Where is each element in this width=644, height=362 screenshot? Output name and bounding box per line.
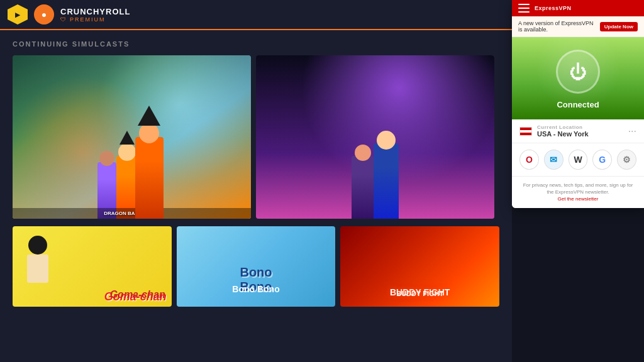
- newsletter-text: For privacy news, tech tips, and more, s…: [523, 182, 633, 195]
- shortcut-opera[interactable]: O: [519, 150, 539, 170]
- vpn-overlay: ExpressVPN A new version of ExpressVPN i…: [512, 0, 644, 208]
- newsletter-link[interactable]: Get the newsletter: [558, 196, 599, 202]
- character-2: [135, 137, 164, 219]
- buddyfight-title: BUDDY FIGHT: [390, 287, 450, 297]
- bottom-row: Goma-chan BonoBono BUDDY FIGHT: [0, 219, 512, 307]
- boruto-char-1: [374, 143, 399, 219]
- vpn-location: Current Location USA - New York ···: [512, 119, 644, 143]
- location-more-button[interactable]: ···: [628, 126, 636, 137]
- vpn-shortcuts: O ✉ W G ⚙: [512, 143, 644, 177]
- crunchyroll-icon: ●: [34, 4, 54, 25]
- show-card-dragonball[interactable]: DRAGON BALL SUPER Dragon Ball Super SERI…: [13, 55, 251, 219]
- bonobono-title: BonoBono: [240, 265, 272, 294]
- shortcut-email[interactable]: ✉: [544, 150, 564, 170]
- vpn-newsletter: For privacy news, tech tips, and more, s…: [512, 177, 644, 208]
- boruto-char-2: [352, 156, 374, 219]
- thumb-goma[interactable]: Goma-chan: [13, 226, 172, 307]
- menu-line-1: [518, 4, 530, 5]
- location-info: Current Location USA - New York: [537, 124, 623, 138]
- brand-name: CRUNCHYROLL: [60, 7, 130, 16]
- dragonball-bg: DRAGON BALL SUPER: [13, 55, 251, 219]
- brand-sub: 🛡 PREMIUM: [60, 16, 130, 23]
- menu-line-2: [518, 8, 530, 9]
- vpn-power-button[interactable]: ⏻: [556, 50, 600, 94]
- vpn-status-label: Connected: [557, 100, 599, 109]
- vpn-footer: Current Location USA - New York ··· O ✉ …: [512, 119, 644, 208]
- shield-icon: 🛡: [60, 16, 67, 23]
- boruto-character-group: [256, 112, 494, 219]
- vpn-update-button[interactable]: Update Now: [600, 22, 638, 31]
- vpn-header: ExpressVPN: [512, 0, 644, 16]
- logo-area: ▶ ● CRUNCHYROLL 🛡 PREMIUM: [8, 4, 130, 25]
- show-card-boruto[interactable]: BORUTO: NEXT GEN... SERIES ⧉ SU...: [256, 55, 494, 219]
- simulcasts-grid: DRAGON BALL SUPER Dragon Ball Super SERI…: [0, 55, 512, 219]
- brand-text: CRUNCHYROLL 🛡 PREMIUM: [60, 7, 130, 23]
- menu-line-3: [518, 11, 530, 13]
- vpn-menu-button[interactable]: [518, 4, 530, 13]
- power-icon: ⏻: [569, 62, 587, 82]
- goma-character: [22, 236, 53, 286]
- us-flag-icon: [519, 127, 532, 136]
- bonobono-bg: BonoBono: [177, 226, 336, 307]
- content-area: CONTINUING SIMULCASTS DRAGON BALL SUPER …: [0, 30, 512, 362]
- boruto-bg: [256, 55, 494, 219]
- goma-title-text: Goma-chan: [104, 290, 167, 304]
- section-title: CONTINUING SIMULCASTS: [0, 30, 512, 55]
- shortcut-google[interactable]: G: [592, 150, 612, 170]
- vpn-brand-logo: ExpressVPN: [535, 5, 572, 11]
- location-label: Current Location: [537, 124, 623, 130]
- buddyfight-bg: BUDDY FIGHT: [340, 226, 499, 307]
- show-brand-label: DRAGON BALL SUPER: [13, 208, 251, 219]
- thumb-buddyfight[interactable]: BUDDY FIGHT: [340, 226, 499, 307]
- shortcut-settings[interactable]: ⚙: [617, 150, 636, 170]
- vpn-body: ⏻ Connected: [512, 37, 644, 119]
- character-group: [13, 112, 251, 219]
- app-logo: ▶: [8, 4, 28, 25]
- location-name: USA - New York: [537, 130, 623, 138]
- goma-bg: Goma-chan: [13, 226, 172, 307]
- thumb-bonobono[interactable]: BonoBono: [177, 226, 336, 307]
- shortcut-wikipedia[interactable]: W: [569, 150, 588, 170]
